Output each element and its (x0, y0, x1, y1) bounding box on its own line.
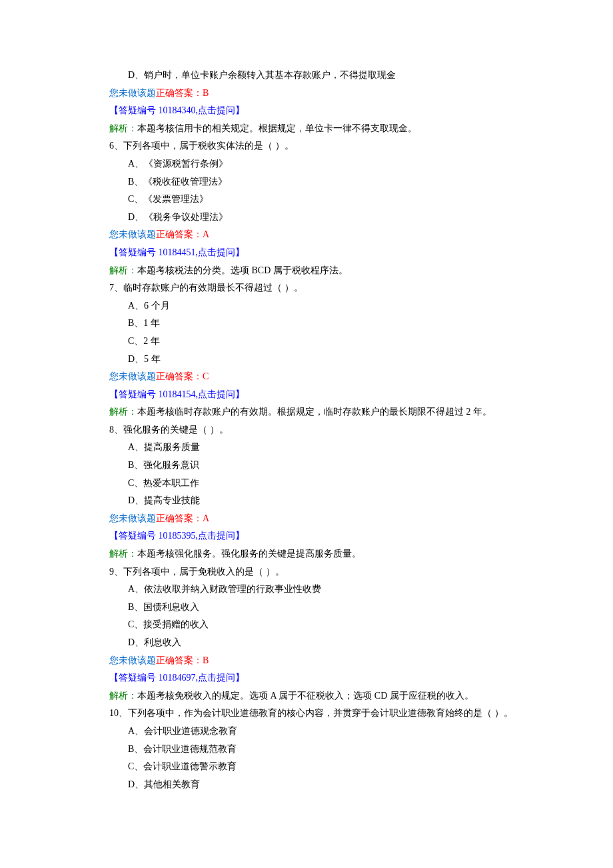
question-6-stem: 6、下列各项中，属于税收实体法的是（ ）。 (100, 137, 513, 155)
not-answered-status: 您未做该题 (109, 229, 156, 239)
question-5-option-d: D、销户时，单位卡账户余额转入其基本存款账户，不得提取现金 (100, 67, 513, 85)
correct-answer-label: 正确答案： (156, 88, 203, 98)
analysis-label: 解析： (109, 407, 137, 417)
question-6-status-line: 您未做该题正确答案：A (100, 226, 513, 244)
analysis-label: 解析： (109, 549, 137, 559)
question-6-option-d: D、《税务争议处理法》 (100, 209, 513, 227)
correct-answer-value: C (203, 371, 209, 381)
analysis-label: 解析： (109, 691, 137, 701)
analysis-label: 解析： (109, 265, 137, 275)
not-answered-status: 您未做该题 (109, 371, 156, 381)
correct-answer-value: A (203, 229, 209, 239)
qa-link-text: 【答疑编号 10184451,点击提问】 (109, 247, 245, 257)
correct-answer-label: 正确答案： (156, 229, 203, 239)
question-6-option-c: C、《发票管理法》 (100, 191, 513, 209)
question-9-status-line: 您未做该题正确答案：B (100, 652, 513, 670)
question-5-status-line: 您未做该题正确答案：B (100, 85, 513, 103)
qa-link[interactable]: 【答疑编号 10184154,点击提问】 (100, 386, 513, 404)
not-answered-status: 您未做该题 (109, 655, 156, 665)
correct-answer-value: B (203, 88, 209, 98)
analysis-line: 解析：本题考核强化服务。强化服务的关键是提高服务质量。 (100, 545, 513, 563)
qa-link-text: 【答疑编号 10184697,点击提问】 (109, 673, 245, 683)
analysis-text: 本题考核信用卡的相关规定。根据规定，单位卡一律不得支取现金。 (137, 123, 417, 133)
qa-link-text: 【答疑编号 10184340,点击提问】 (109, 105, 245, 115)
question-9-option-b: B、国债利息收入 (100, 599, 513, 617)
question-7-option-c: C、2 年 (100, 333, 513, 351)
question-9-option-c: C、接受捐赠的收入 (100, 616, 513, 634)
question-9-option-d: D、利息收入 (100, 634, 513, 652)
question-10-stem: 10、下列各项中，作为会计职业道德教育的核心内容，并贯穿于会计职业道德教育始终的… (100, 705, 513, 723)
not-answered-status: 您未做该题 (109, 88, 156, 98)
question-6-option-a: A、《资源税暂行条例》 (100, 155, 513, 173)
question-7-stem: 7、临时存款账户的有效期最长不得超过（ ）。 (100, 279, 513, 297)
qa-link[interactable]: 【答疑编号 10184451,点击提问】 (100, 244, 513, 262)
question-10-option-d: D、其他相关教育 (100, 776, 513, 794)
question-8-option-d: D、提高专业技能 (100, 492, 513, 510)
qa-link[interactable]: 【答疑编号 10185395,点击提问】 (100, 527, 513, 545)
analysis-text: 本题考核强化服务。强化服务的关键是提高服务质量。 (137, 549, 361, 559)
question-10-option-b: B、会计职业道德规范教育 (100, 741, 513, 759)
analysis-line: 解析：本题考核信用卡的相关规定。根据规定，单位卡一律不得支取现金。 (100, 120, 513, 138)
correct-answer-value: B (203, 655, 209, 665)
question-8-stem: 8、强化服务的关键是（ ）。 (100, 421, 513, 439)
qa-link[interactable]: 【答疑编号 10184697,点击提问】 (100, 669, 513, 687)
question-8-option-a: A、提高服务质量 (100, 439, 513, 457)
question-10-option-a: A、会计职业道德观念教育 (100, 723, 513, 741)
question-9-stem: 9、下列各项中，属于免税收入的是（ ）。 (100, 563, 513, 581)
correct-answer-label: 正确答案： (156, 513, 203, 523)
question-7-option-b: B、1 年 (100, 315, 513, 333)
analysis-text: 本题考核临时存款账户的有效期。根据规定，临时存款账户的最长期限不得超过 2 年。 (137, 407, 492, 417)
question-8-status-line: 您未做该题正确答案：A (100, 510, 513, 528)
analysis-line: 解析：本题考核税法的分类。选项 BCD 属于税收程序法。 (100, 262, 513, 280)
qa-link[interactable]: 【答疑编号 10184340,点击提问】 (100, 102, 513, 120)
analysis-text: 本题考核税法的分类。选项 BCD 属于税收程序法。 (137, 265, 348, 275)
correct-answer-label: 正确答案： (156, 655, 203, 665)
analysis-line: 解析：本题考核免税收入的规定。选项 A 属于不征税收入；选项 CD 属于应征税的… (100, 687, 513, 705)
qa-link-text: 【答疑编号 10184154,点击提问】 (109, 389, 245, 399)
question-7-option-d: D、5 年 (100, 351, 513, 369)
question-7-option-a: A、6 个月 (100, 297, 513, 315)
analysis-text: 本题考核免税收入的规定。选项 A 属于不征税收入；选项 CD 属于应征税的收入。 (137, 691, 474, 701)
question-7-status-line: 您未做该题正确答案：C (100, 368, 513, 386)
correct-answer-label: 正确答案： (156, 371, 203, 381)
question-9-option-a: A、依法收取并纳入财政管理的行政事业性收费 (100, 581, 513, 599)
correct-answer-value: A (203, 513, 209, 523)
question-6-option-b: B、《税收征收管理法》 (100, 173, 513, 191)
question-10-option-c: C、会计职业道德警示教育 (100, 758, 513, 776)
question-8-option-c: C、热爱本职工作 (100, 475, 513, 493)
analysis-label: 解析： (109, 123, 137, 133)
qa-link-text: 【答疑编号 10185395,点击提问】 (109, 531, 245, 541)
question-8-option-b: B、强化服务意识 (100, 457, 513, 475)
not-answered-status: 您未做该题 (109, 513, 156, 523)
analysis-line: 解析：本题考核临时存款账户的有效期。根据规定，临时存款账户的最长期限不得超过 2… (100, 403, 513, 421)
